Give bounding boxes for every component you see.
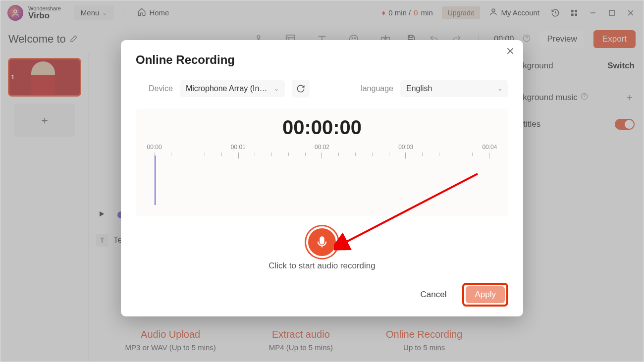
modal-footer: Cancel Apply (136, 283, 508, 307)
time-ruler: 00:00 00:01 00:02 00:03 00:04 (155, 144, 490, 163)
slide-number: 1 (11, 74, 15, 81)
modal-title: Online Recording (136, 53, 508, 67)
apply-button[interactable]: Apply (466, 286, 505, 303)
tick-label: 00:04 (482, 144, 497, 151)
refresh-devices-button[interactable] (292, 80, 310, 98)
modal-overlay: Online Recording Device Microphone Array… (0, 0, 644, 362)
device-label: Device (149, 84, 173, 93)
apply-highlight: Apply (462, 283, 508, 307)
tick-label: 00:00 (147, 144, 162, 151)
tick-label: 00:03 (398, 144, 413, 151)
device-value: Microphone Array (In… (186, 84, 268, 93)
recording-timer: 00:00:00 (282, 116, 362, 139)
language-value: English (406, 84, 432, 93)
language-select[interactable]: English ⌄ (400, 80, 508, 97)
record-hint: Click to start audio recording (136, 261, 508, 271)
record-button[interactable] (306, 226, 338, 258)
close-modal-button[interactable] (504, 45, 516, 59)
tick-label: 00:01 (231, 144, 246, 151)
chevron-down-icon: ⌄ (497, 85, 502, 92)
waveform-area: 00:00:00 00:00 00:01 00:02 00:03 00:04 (136, 108, 508, 216)
modal-controls: Device Microphone Array (In… ⌄ language … (136, 80, 508, 98)
chevron-down-icon: ⌄ (274, 85, 279, 92)
device-select[interactable]: Microphone Array (In… ⌄ (180, 80, 285, 97)
playhead-icon[interactable] (155, 155, 156, 205)
language-label: language (361, 84, 393, 93)
cancel-button[interactable]: Cancel (413, 286, 455, 304)
online-recording-modal: Online Recording Device Microphone Array… (121, 40, 523, 316)
tick-label: 00:02 (315, 144, 329, 151)
